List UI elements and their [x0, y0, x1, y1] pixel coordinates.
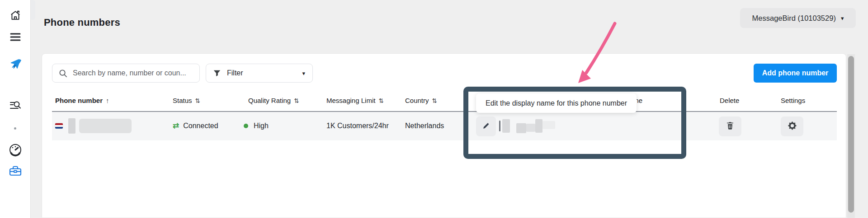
toolbox-icon: [9, 165, 22, 177]
column-header-label: Phone number: [55, 97, 103, 104]
search-icon: [59, 69, 67, 78]
column-header-status[interactable]: Status ⇅: [173, 97, 200, 104]
trash-icon: [726, 121, 734, 131]
sidebar-item-toolbox[interactable]: [0, 164, 30, 178]
status-cell: ⇄ Connected: [173, 111, 218, 140]
sidebar-item-home[interactable]: [0, 9, 30, 22]
sort-toggle-icon: ⇅: [195, 97, 200, 104]
messagebird-logo-icon: [9, 58, 22, 70]
filter-label: Filter: [227, 69, 243, 77]
menu-icon: [9, 32, 21, 42]
status-text: Connected: [183, 122, 218, 130]
gauge-icon: [9, 143, 22, 157]
column-header-settings: Settings: [781, 97, 805, 104]
notification-dot: [14, 127, 16, 130]
column-header-phone-number[interactable]: Phone number ↑: [55, 97, 109, 104]
search-box: [52, 64, 200, 83]
column-header-label: Quality Rating: [248, 97, 291, 104]
display-name-cell: [499, 111, 555, 140]
edit-display-name-tooltip: Edit the display name for this phone num…: [476, 93, 637, 113]
funnel-icon: [213, 70, 221, 77]
vertical-scrollbar-thumb[interactable]: [848, 56, 854, 213]
country-text: Netherlands: [405, 122, 444, 130]
page-title: Phone numbers: [44, 17, 120, 28]
transfer-arrows-icon: ⇄: [173, 121, 179, 130]
redacted-display-name: [542, 121, 555, 129]
settings-button[interactable]: [781, 116, 803, 136]
column-header-country[interactable]: Country ⇅: [405, 97, 437, 104]
column-header-delete: Delete: [720, 97, 739, 104]
phone-numbers-page: Phone numbers MessageBird (10103529) ▾ F…: [0, 0, 868, 218]
sort-toggle-icon: ⇅: [432, 97, 437, 104]
messaging-limit-text: 1K Customers/24hr: [326, 122, 389, 130]
netherlands-flag-icon: [55, 123, 63, 129]
filter-dropdown[interactable]: Filter ▾: [206, 64, 313, 83]
search-list-icon: [9, 99, 22, 112]
sidebar-notification-dot: [0, 126, 30, 130]
sidebar-item-logs-search[interactable]: [0, 99, 30, 112]
pencil-icon: [482, 122, 490, 131]
chevron-down-icon: ▾: [302, 70, 305, 77]
redacted-display-name: [535, 119, 542, 133]
redacted-display-name: [502, 119, 510, 133]
redacted-phone-number: [79, 119, 132, 133]
sidebar-item-usage[interactable]: [0, 143, 30, 157]
sidebar: [0, 0, 31, 218]
quality-high-dot: [244, 124, 248, 128]
delete-button[interactable]: [719, 116, 741, 136]
redacted-display-name: [516, 123, 526, 133]
add-phone-number-button[interactable]: Add phone number: [754, 64, 837, 83]
sort-toggle-icon: ⇅: [294, 97, 299, 104]
quality-rating-cell: High: [244, 111, 269, 140]
messaging-limit-cell: 1K Customers/24hr: [326, 111, 389, 140]
sidebar-item-messagebird[interactable]: [0, 58, 30, 70]
tooltip-text: Edit the display name for this phone num…: [486, 99, 627, 107]
sidebar-item-menu[interactable]: [0, 32, 30, 42]
chevron-down-icon: ▾: [841, 15, 844, 22]
column-header-quality-rating[interactable]: Quality Rating ⇅: [248, 97, 299, 104]
account-switcher-label: MessageBird (10103529): [752, 14, 836, 23]
sort-toggle-icon: ⇅: [378, 97, 383, 104]
redacted-display-name: [499, 121, 500, 131]
phone-number-cell: [55, 111, 132, 140]
home-icon: [9, 9, 21, 21]
search-input[interactable]: [72, 69, 193, 78]
quality-text: High: [254, 122, 269, 130]
gear-icon: [788, 121, 797, 131]
column-header-label: Delete: [720, 97, 739, 104]
edit-display-name-button[interactable]: [476, 116, 496, 136]
country-cell: Netherlands: [405, 111, 444, 140]
column-header-label: Country: [405, 97, 429, 104]
account-switcher-button[interactable]: MessageBird (10103529) ▾: [740, 8, 856, 28]
column-header-label: Status: [173, 97, 192, 104]
redacted-phone-number: [68, 118, 75, 134]
column-header-messaging-limit[interactable]: Messaging Limit ⇅: [326, 97, 384, 104]
sort-ascending-icon: ↑: [106, 97, 109, 104]
column-header-label: Settings: [781, 97, 805, 104]
redacted-display-name: [526, 124, 535, 132]
column-header-label: Messaging Limit: [326, 97, 375, 104]
